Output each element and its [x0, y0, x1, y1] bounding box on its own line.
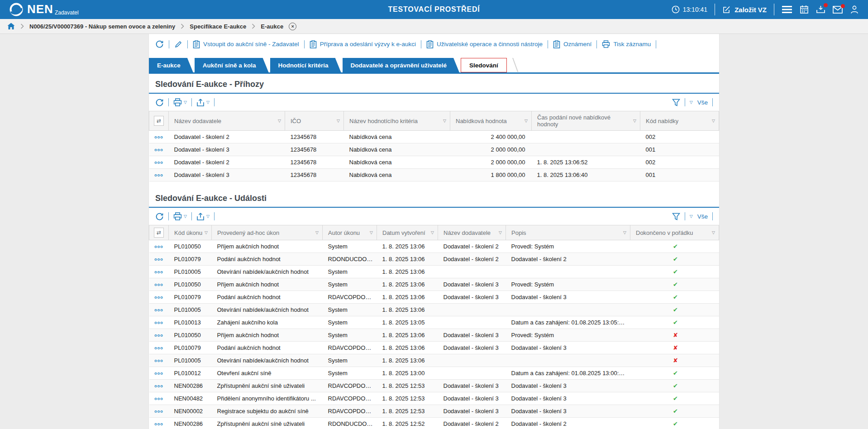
- event-row[interactable]: oooNEN00286Zpřístupnění aukční síně uživ…: [149, 380, 719, 392]
- row-actions-icon[interactable]: ooo: [154, 135, 163, 139]
- row-actions-icon[interactable]: ooo: [154, 308, 163, 312]
- bid-row[interactable]: oooDodavatel - školení 212345678Nabídkov…: [149, 131, 719, 143]
- downloads-inbox-icon[interactable]: [816, 5, 825, 14]
- col-header-nazev-kriteria[interactable]: Název hodnotícího kritéria▽: [344, 111, 450, 131]
- column-settings-icon[interactable]: ⇄: [154, 116, 164, 126]
- messages-icon[interactable]: [833, 6, 843, 14]
- row-actions-icon[interactable]: ooo: [154, 244, 163, 249]
- row-actions-icon[interactable]: ooo: [154, 384, 163, 388]
- export-icon[interactable]: ▽: [196, 212, 210, 221]
- row-actions-icon[interactable]: ooo: [154, 396, 163, 401]
- col-header-dokonceno[interactable]: Dokončeno v pořádku▽: [630, 225, 719, 240]
- row-actions-icon[interactable]: ooo: [154, 173, 163, 177]
- column-filter-icon[interactable]: ▽: [499, 230, 502, 235]
- column-filter-icon[interactable]: ▽: [712, 230, 715, 235]
- event-row[interactable]: oooPL010005Otevírání nabídek/aukčních ho…: [149, 266, 719, 278]
- toolbar-link-notifications[interactable]: Oznámení: [553, 40, 591, 48]
- home-icon[interactable]: [7, 23, 15, 30]
- col-header-autor-ukonu[interactable]: Autor úkonu▽: [323, 225, 377, 240]
- event-row[interactable]: oooPL010079Podání aukčních hodnotRDONDUC…: [149, 253, 719, 266]
- event-row[interactable]: oooPL010079Podání aukčních hodnotRDAVCOP…: [149, 342, 719, 354]
- column-filter-icon[interactable]: ▽: [315, 230, 319, 235]
- tab-hodnotici-kriteria[interactable]: Hodnotící kritéria: [270, 58, 341, 72]
- event-row[interactable]: oooPL010012Otevření aukční síněSystem1. …: [149, 367, 719, 380]
- print-options-caret-icon[interactable]: ▽: [184, 214, 187, 219]
- tab-aukcni-sine-a-kola[interactable]: Aukční síně a kola: [195, 58, 269, 72]
- bid-row[interactable]: oooDodavatel - školení 312345678Nabídkov…: [149, 169, 719, 181]
- print-options-caret-icon[interactable]: ▽: [184, 100, 187, 105]
- filter-preset-caret-icon[interactable]: ▽: [690, 100, 693, 105]
- col-header-popis[interactable]: Popis▽: [506, 225, 630, 240]
- event-row[interactable]: oooPL010050Příjem aukčních hodnotSystem1…: [149, 240, 719, 253]
- column-settings-icon[interactable]: ⇄: [154, 228, 164, 238]
- refresh-icon[interactable]: [155, 98, 164, 107]
- col-header-kod-ukonu[interactable]: Kód úkonu▽: [169, 225, 212, 240]
- column-filter-icon[interactable]: ▽: [431, 230, 434, 235]
- row-actions-icon[interactable]: ooo: [154, 371, 163, 376]
- col-header-kod-nabidky[interactable]: Kód nabídky▽: [640, 111, 719, 131]
- row-actions-icon[interactable]: ooo: [154, 148, 163, 152]
- row-actions-icon[interactable]: ooo: [154, 422, 163, 426]
- column-filter-icon[interactable]: ▽: [443, 119, 446, 123]
- row-actions-icon[interactable]: ooo: [154, 270, 163, 274]
- column-filter-icon[interactable]: ▽: [337, 119, 340, 123]
- row-actions-icon[interactable]: ooo: [154, 358, 163, 363]
- column-filter-icon[interactable]: ▽: [525, 119, 528, 123]
- row-actions-icon[interactable]: ooo: [154, 320, 163, 325]
- event-row[interactable]: oooPL010050Příjem aukčních hodnotSystem1…: [149, 329, 719, 342]
- row-actions-icon[interactable]: ooo: [154, 282, 163, 287]
- tab-sledovani[interactable]: Sledování: [461, 58, 507, 72]
- export-options-caret-icon[interactable]: ▽: [206, 100, 210, 105]
- col-header-cas-podani[interactable]: Čas podání nové nabídkové hodnoty▽: [532, 111, 640, 131]
- export-icon[interactable]: ▽: [196, 98, 210, 107]
- refresh-icon[interactable]: [155, 40, 164, 48]
- row-actions-icon[interactable]: ooo: [154, 333, 163, 338]
- column-filter-icon[interactable]: ▽: [278, 119, 281, 123]
- tab-e-aukce[interactable]: E-aukce: [149, 58, 193, 72]
- bid-row[interactable]: oooDodavatel - školení 212345678Nabídkov…: [149, 156, 719, 169]
- event-row[interactable]: oooPL010005Otevírání nabídek/aukčních ho…: [149, 354, 719, 367]
- col-header-provedeny-ukon[interactable]: Provedený ad-hoc úkon▽: [212, 225, 323, 240]
- breadcrumb-item-specification[interactable]: Specifikace E-aukce: [190, 23, 246, 30]
- calendar-icon[interactable]: [800, 5, 809, 14]
- col-header-datum-vytvoreni[interactable]: Datum vytvoření▽: [377, 225, 438, 240]
- event-row[interactable]: oooNEN00002Registrace subjektu do aukční…: [149, 405, 719, 418]
- event-row[interactable]: oooNEN00482Přidělení anonymního identifi…: [149, 392, 719, 405]
- row-actions-icon[interactable]: ooo: [154, 257, 163, 262]
- breadcrumb-item-procurement[interactable]: N006/25/V00007369 - Nákup semen ovoce a …: [29, 23, 175, 30]
- create-vz-button[interactable]: Založit VZ: [722, 5, 767, 14]
- refresh-icon[interactable]: [155, 212, 164, 221]
- filter-icon[interactable]: [672, 213, 680, 220]
- toolbar-link-user-operations[interactable]: Uživatelské operace a činnosti nástroje: [426, 40, 543, 48]
- toolbar-link-print-record[interactable]: Tisk záznamu: [602, 40, 651, 48]
- toolbar-link-prepare-invitation[interactable]: Příprava a odeslání výzvy k e-aukci: [310, 40, 416, 48]
- column-filter-icon[interactable]: ▽: [623, 230, 626, 235]
- event-row[interactable]: oooPL010005Otevírání nabídek/aukčních ho…: [149, 304, 719, 316]
- close-tab-icon[interactable]: ×: [289, 23, 296, 30]
- filter-all-button[interactable]: Vše: [697, 99, 708, 106]
- col-header-nabidkova-hodnota[interactable]: Nabídková hodnota▽: [450, 111, 532, 131]
- col-header-nazev-dodavatele[interactable]: Název dodavatele▽: [438, 225, 506, 240]
- filter-preset-caret-icon[interactable]: ▽: [690, 214, 693, 219]
- column-filter-icon[interactable]: ▽: [370, 230, 373, 235]
- edit-record-icon[interactable]: [174, 40, 182, 48]
- column-settings-header[interactable]: ⇄: [149, 225, 169, 240]
- col-header-nazev-dodavatele[interactable]: Název dodavatele▽: [169, 111, 285, 131]
- export-options-caret-icon[interactable]: ▽: [206, 214, 210, 219]
- breadcrumb-item-eauction[interactable]: E-aukce: [261, 23, 283, 30]
- filter-all-button[interactable]: Vše: [697, 213, 708, 220]
- tab-dodavatele-a-opravneni[interactable]: Dodavatelé a oprávnění uživatelé: [343, 58, 459, 72]
- col-header-ico[interactable]: IČO▽: [285, 111, 344, 131]
- main-menu-icon[interactable]: [782, 5, 792, 14]
- row-actions-icon[interactable]: ooo: [154, 346, 163, 350]
- column-settings-header[interactable]: ⇄: [149, 111, 169, 131]
- row-actions-icon[interactable]: ooo: [154, 295, 163, 300]
- print-icon[interactable]: ▽: [173, 98, 187, 106]
- column-filter-icon[interactable]: ▽: [633, 119, 636, 123]
- filter-icon[interactable]: [672, 99, 680, 106]
- print-icon[interactable]: ▽: [173, 212, 187, 220]
- column-filter-icon[interactable]: ▽: [205, 230, 208, 235]
- event-row[interactable]: oooPL010050Příjem aukčních hodnotSystem1…: [149, 278, 719, 291]
- toolbar-link-enter-auction-room[interactable]: Vstoupit do aukční síně - Zadavatel: [193, 40, 299, 48]
- nen-logo[interactable]: NEN Zadavatel: [9, 2, 79, 17]
